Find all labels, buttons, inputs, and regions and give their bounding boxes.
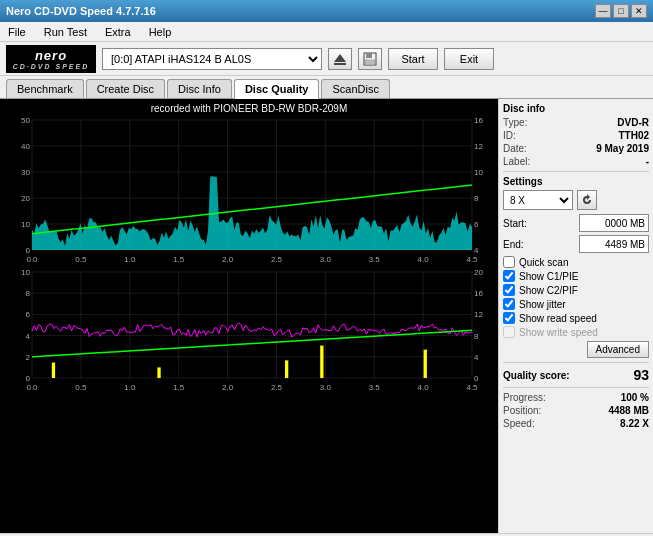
quality-score-value: 93 — [633, 367, 649, 383]
tab-benchmark[interactable]: Benchmark — [6, 79, 84, 98]
position-row: Position: 4488 MB — [503, 405, 649, 416]
speed-select[interactable]: 8 X Max 2 X 4 X 6 X 12 X 16 X — [503, 190, 573, 210]
maximize-button[interactable]: □ — [613, 4, 629, 18]
show-c2-pif-checkbox[interactable] — [503, 284, 515, 296]
speed-label: Speed: — [503, 418, 535, 429]
svg-rect-3 — [366, 53, 372, 58]
divider-2 — [503, 362, 649, 363]
disc-id-label: ID: — [503, 130, 516, 141]
disc-type-row: Type: DVD-R — [503, 117, 649, 128]
speed-value: 8.22 X — [620, 418, 649, 429]
window-title: Nero CD-DVD Speed 4.7.7.16 — [6, 5, 156, 17]
position-value: 4488 MB — [608, 405, 649, 416]
svg-rect-4 — [365, 60, 375, 65]
speed-setting-row: 8 X Max 2 X 4 X 6 X 12 X 16 X — [503, 190, 649, 210]
svg-marker-0 — [334, 54, 346, 62]
disc-id-value: TTH02 — [618, 130, 649, 141]
show-c2-pif-row: Show C2/PIF — [503, 284, 649, 296]
show-read-speed-label: Show read speed — [519, 313, 597, 324]
disc-info-title: Disc info — [503, 103, 649, 114]
divider-1 — [503, 171, 649, 172]
refresh-icon-btn[interactable] — [577, 190, 597, 210]
nero-logo: nero CD·DVD SPEED — [6, 45, 96, 73]
quick-scan-row: Quick scan — [503, 256, 649, 268]
progress-section: Progress: 100 % Position: 4488 MB Speed:… — [503, 392, 649, 429]
tab-create-disc[interactable]: Create Disc — [86, 79, 165, 98]
nero-logo-bottom: CD·DVD SPEED — [13, 63, 90, 70]
tab-scandisc[interactable]: ScanDisc — [321, 79, 389, 98]
show-write-speed-checkbox[interactable] — [503, 326, 515, 338]
disc-label-label: Label: — [503, 156, 530, 167]
menu-extra[interactable]: Extra — [101, 26, 135, 38]
progress-value: 100 % — [621, 392, 649, 403]
disc-label-row: Label: - — [503, 156, 649, 167]
show-write-speed-row: Show write speed — [503, 326, 649, 338]
quality-score-label: Quality score: — [503, 370, 570, 381]
advanced-button[interactable]: Advanced — [587, 341, 649, 358]
tabs: Benchmark Create Disc Disc Info Disc Qua… — [0, 76, 653, 99]
disc-date-value: 9 May 2019 — [596, 143, 649, 154]
upper-chart — [4, 116, 494, 268]
disc-label-value: - — [646, 156, 649, 167]
show-c1-pie-checkbox[interactable] — [503, 270, 515, 282]
disc-date-label: Date: — [503, 143, 527, 154]
start-mb-row: Start: 0000 MB — [503, 214, 649, 232]
eject-icon — [333, 52, 347, 66]
disc-date-row: Date: 9 May 2019 — [503, 143, 649, 154]
disc-id-row: ID: TTH02 — [503, 130, 649, 141]
speed-row: Speed: 8.22 X — [503, 418, 649, 429]
save-icon — [363, 52, 377, 66]
quality-score-row: Quality score: 93 — [503, 367, 649, 383]
eject-icon-btn[interactable] — [328, 48, 352, 70]
show-read-speed-row: Show read speed — [503, 312, 649, 324]
settings-title: Settings — [503, 176, 649, 187]
start-mb-label: Start: — [503, 218, 527, 229]
chart-title: recorded with PIONEER BD-RW BDR-209M — [4, 103, 494, 114]
disc-type-label: Type: — [503, 117, 527, 128]
save-icon-btn[interactable] — [358, 48, 382, 70]
toolbar: nero CD·DVD SPEED [0:0] ATAPI iHAS124 B … — [0, 42, 653, 76]
title-bar: Nero CD-DVD Speed 4.7.7.16 — □ ✕ — [0, 0, 653, 22]
show-c2-pif-label: Show C2/PIF — [519, 285, 578, 296]
show-c1-pie-label: Show C1/PIE — [519, 271, 578, 282]
show-c1-pie-row: Show C1/PIE — [503, 270, 649, 282]
end-mb-input[interactable] — [579, 235, 649, 253]
drive-select[interactable]: [0:0] ATAPI iHAS124 B AL0S — [102, 48, 322, 70]
window-controls: — □ ✕ — [595, 4, 647, 18]
quick-scan-label: Quick scan — [519, 257, 568, 268]
minimize-button[interactable]: — — [595, 4, 611, 18]
progress-label: Progress: — [503, 392, 546, 403]
tab-disc-quality[interactable]: Disc Quality — [234, 79, 320, 99]
show-jitter-label: Show jitter — [519, 299, 566, 310]
position-label: Position: — [503, 405, 541, 416]
show-write-speed-label: Show write speed — [519, 327, 598, 338]
quick-scan-checkbox[interactable] — [503, 256, 515, 268]
tab-disc-info[interactable]: Disc Info — [167, 79, 232, 98]
menu-help[interactable]: Help — [145, 26, 176, 38]
exit-button[interactable]: Exit — [444, 48, 494, 70]
svg-rect-1 — [334, 63, 346, 65]
divider-3 — [503, 387, 649, 388]
menu-run-test[interactable]: Run Test — [40, 26, 91, 38]
lower-chart — [4, 268, 494, 396]
show-jitter-checkbox[interactable] — [503, 298, 515, 310]
end-mb-label: End: — [503, 239, 524, 250]
disc-type-value: DVD-R — [617, 117, 649, 128]
start-mb-input[interactable]: 0000 MB — [579, 214, 649, 232]
show-read-speed-checkbox[interactable] — [503, 312, 515, 324]
right-panel: Disc info Type: DVD-R ID: TTH02 Date: 9 … — [498, 99, 653, 533]
start-button[interactable]: Start — [388, 48, 438, 70]
end-mb-row: End: — [503, 235, 649, 253]
chart-area: recorded with PIONEER BD-RW BDR-209M — [0, 99, 498, 533]
show-jitter-row: Show jitter — [503, 298, 649, 310]
refresh-icon — [581, 194, 593, 206]
menu-file[interactable]: File — [4, 26, 30, 38]
close-button[interactable]: ✕ — [631, 4, 647, 18]
main-content: recorded with PIONEER BD-RW BDR-209M Dis… — [0, 99, 653, 533]
menu-bar: File Run Test Extra Help — [0, 22, 653, 42]
progress-row: Progress: 100 % — [503, 392, 649, 403]
nero-logo-top: nero — [35, 48, 67, 63]
